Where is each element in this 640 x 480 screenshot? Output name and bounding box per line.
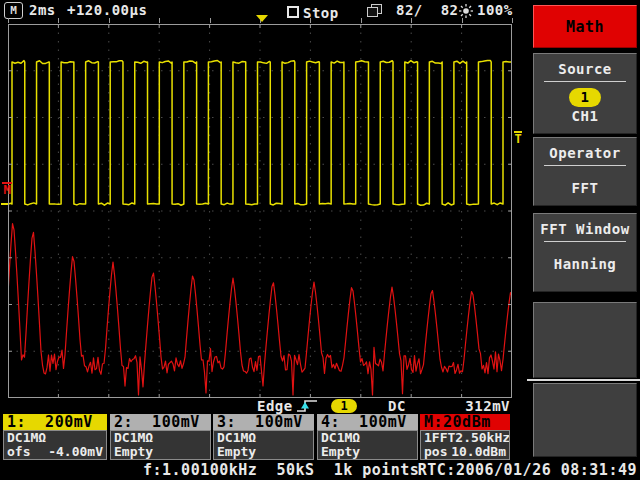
source-title: Source [534,54,636,77]
ch1-square-trace [8,61,512,206]
fft-window-title: FFT Window [534,214,636,237]
operator-separator [544,165,626,166]
rising-edge-icon [296,399,318,413]
ch3-detail-box[interactable]: DC1MΩ Empty [213,430,314,460]
ch2-detail-box[interactable]: DC1MΩ Empty [110,430,211,460]
source-value: CH1 [534,108,636,124]
fft-window-value: Hanning [534,256,636,272]
ch2-scale-box[interactable]: 2: 100mV [110,414,211,430]
source-separator [544,81,626,82]
menu-button-fft-window[interactable]: FFT Window Hanning [533,213,637,292]
math-scale-box[interactable]: M:20dBm [420,414,510,430]
operator-value: FFT [534,180,636,196]
math-freq-scale: 2.50kHz [455,431,510,445]
ch4-scale-box[interactable]: 4: 100mV [317,414,418,430]
menu-divider-line [527,379,640,381]
ch1-offset-label: ofs [7,445,30,459]
oscilloscope-screen: M 2ms +120.00µs Stop 82/ 82 100% M T [0,0,640,480]
math-operation: 1FFT [424,431,455,445]
math-fft-trace [8,224,512,395]
ch2-status: Empty [114,445,153,459]
ch1-ground-marker [1,203,8,205]
ch1-detail-box[interactable]: DC1MΩ ofs-4.00mV [3,430,107,460]
sample-rate-value: 50kS [276,461,314,479]
timebase-mode-icon: M [4,2,23,19]
ch4-coupling: DC1MΩ [321,431,360,445]
menu-button-empty-2[interactable] [533,383,637,457]
stop-icon [287,6,299,18]
trigger-position-marker[interactable] [256,15,268,22]
ch1-scale-box[interactable]: 1: 200mV [3,414,107,430]
ch3-status: Empty [217,445,256,459]
trigger-source-badge: 1 [331,399,357,413]
math-detail-box[interactable]: 1FFT2.50kHz pos10.0dBm [420,430,510,460]
menu-button-source[interactable]: Source 1 CH1 [533,53,637,134]
history-pages-icon [367,4,383,18]
trigger-level-marker[interactable]: T [512,131,524,145]
source-channel-badge: 1 [569,88,601,107]
menu-header-math[interactable]: Math [533,5,637,48]
trigger-coupling-label: DC [388,398,406,414]
operator-title: Operator [534,138,636,161]
fft-window-separator [544,241,626,242]
timebase-value: 2ms [29,2,56,18]
waveform-plot [8,24,512,398]
ch1-coupling: DC1MΩ [7,431,46,445]
ch3-scale-box[interactable]: 3: 100mV [213,414,314,430]
ch4-status: Empty [321,445,360,459]
ch3-coupling: DC1MΩ [217,431,256,445]
brightness-value: 100% [477,2,513,18]
math-marker-label: M [3,183,10,197]
menu-button-empty-1[interactable] [533,302,637,378]
menu-button-operator[interactable]: Operator FFT [533,137,637,206]
graticule-grid [8,24,512,398]
trigger-marker-label: T [514,132,521,146]
ch2-coupling: DC1MΩ [114,431,153,445]
measured-frequency: f:1.00100kHz 50kS 1k points [143,461,419,479]
trigger-level-value: 312mV [450,398,510,414]
menu-math-label: Math [566,18,604,36]
brightness-icon [458,3,474,19]
record-length-value: 1k points [334,461,420,479]
math-pos-value: 10.0dBm [451,445,506,459]
math-trace-position-marker[interactable]: M [1,182,13,196]
trigger-type-label: Edge [257,398,293,414]
ch1-offset-value: -4.00mV [48,445,103,459]
ch4-detail-box[interactable]: DC1MΩ Empty [317,430,418,460]
realtime-clock: RTC:2006/01/26 08:31:49 [418,461,637,479]
history-count: 82/ 82 [396,2,459,18]
delay-value: +120.00µs [67,2,147,18]
math-pos-label: pos [424,445,447,459]
frequency-value: f:1.00100kHz [143,461,257,479]
